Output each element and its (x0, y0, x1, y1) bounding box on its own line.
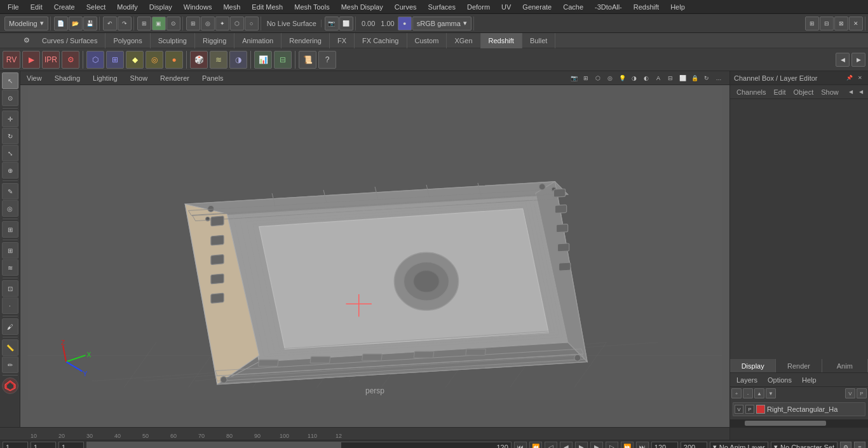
layer-icon-up[interactable]: ▲ (754, 388, 764, 398)
vp-iso-btn[interactable]: ⬜ (677, 72, 688, 84)
camera-btn[interactable]: 📷 (325, 17, 339, 31)
shelf-tab-fx-caching[interactable]: FX Caching (355, 33, 407, 48)
menu-deform[interactable]: Deform (462, 2, 495, 12)
annotation-btn[interactable]: ✏ (2, 356, 18, 373)
layer-icon-p-all[interactable]: P (857, 388, 867, 398)
layer-icon-delete[interactable]: - (743, 388, 753, 398)
sculpt-btn[interactable]: ✎ (2, 183, 18, 200)
shelf-scroll-left[interactable]: ◀ (836, 53, 850, 67)
timeline-slider[interactable]: 120 (86, 442, 512, 449)
pb-step-fwd-btn[interactable]: ⏩ (621, 442, 634, 449)
menu-modify[interactable]: Modify (112, 2, 142, 12)
shelf-icon2[interactable]: ▶ (22, 51, 40, 69)
vp-menu-lighting[interactable]: Lighting (89, 73, 121, 83)
pb-step-back-btn[interactable]: ⏪ (529, 442, 542, 449)
rp-tab-edit[interactable]: Edit (770, 86, 789, 98)
workspace-dropdown[interactable]: Modeling ▾ (4, 17, 48, 31)
layout-btn1[interactable]: ⊞ (805, 17, 819, 31)
rp-close-btn[interactable]: ✕ (855, 74, 864, 83)
vp-menu-renderer[interactable]: Renderer (156, 73, 193, 83)
shelf-tab-rendering[interactable]: Rendering (281, 33, 330, 48)
undo-btn[interactable]: ↶ (103, 17, 117, 31)
shelf-tab-animation[interactable]: Animation (234, 33, 281, 48)
scale-tool-btn[interactable]: ⤡ (2, 145, 18, 161)
menu-generate[interactable]: Generate (517, 2, 557, 12)
menu-cache[interactable]: Cache (558, 2, 588, 12)
rt-tab-render[interactable]: Render (776, 359, 822, 372)
layer-icon-new[interactable]: + (731, 388, 742, 398)
layout-btn3[interactable]: ⊠ (834, 17, 848, 31)
rp-ctrl-btn1[interactable]: ◀ (846, 88, 855, 97)
lasso-select-btn[interactable]: ⊙ (2, 90, 18, 106)
pb-go-to-end-btn[interactable]: ⏭ (636, 442, 649, 449)
menu-redshift[interactable]: Redshift (628, 2, 664, 12)
pb-prev-key-btn[interactable]: ◁ (545, 442, 557, 449)
resolution-btn[interactable]: ⬜ (339, 17, 353, 31)
shelf-icon6[interactable]: ⊞ (106, 51, 124, 69)
rp-tab-show[interactable]: Show (817, 86, 843, 98)
show-manip-btn[interactable]: ⊞ (2, 221, 18, 238)
vp-grid-btn[interactable]: ⊞ (580, 72, 592, 84)
shelf-icon7[interactable]: ◆ (126, 51, 144, 69)
shelf-rv-icon[interactable]: RV (3, 51, 20, 69)
timeline-track[interactable]: 10 20 30 40 50 60 70 80 90 100 110 12 (0, 428, 729, 440)
select-btn[interactable]: ▣ (152, 17, 166, 31)
measure-btn[interactable]: 📏 (2, 339, 18, 356)
shelf-icon4[interactable]: ⚙ (62, 51, 79, 69)
rotate-tool-btn[interactable]: ↻ (2, 128, 18, 144)
current-frame-field[interactable]: 1 (3, 442, 28, 449)
menu-mesh-display[interactable]: Mesh Display (336, 2, 388, 12)
menu-mesh-tools[interactable]: Mesh Tools (289, 2, 334, 12)
pb-prev-frame-btn[interactable]: ◀ (560, 442, 573, 449)
component-mode-btn[interactable]: ⊡ (2, 280, 18, 297)
menu-create[interactable]: Create (49, 2, 80, 12)
shelf-tab-sculpting[interactable]: Sculpting (151, 33, 195, 48)
layer-v-toggle[interactable]: V (735, 405, 743, 414)
playback-settings-btn[interactable]: ≡ (854, 442, 865, 449)
transform-tool-btn[interactable]: ⊕ (2, 162, 18, 179)
menu-edit-mesh[interactable]: Edit Mesh (247, 2, 288, 12)
layout-btn2[interactable]: ⊟ (820, 17, 834, 31)
layer-icon-down[interactable]: ▼ (766, 388, 776, 398)
vp-ambient-occlusion-btn[interactable]: ◐ (641, 72, 652, 84)
viewport-canvas[interactable]: X Y Z persp (20, 85, 729, 400)
shelf-tab-polygons[interactable]: Polygons (105, 33, 150, 48)
save-btn[interactable]: 💾 (83, 17, 97, 31)
layer-color-swatch[interactable] (756, 405, 765, 414)
vp-lock-btn[interactable]: 🔒 (689, 72, 700, 84)
vp-hud-btn[interactable]: ⊟ (665, 72, 676, 84)
rp-pin-btn[interactable]: 📌 (845, 74, 854, 83)
vp-menu-panels[interactable]: Panels (198, 73, 227, 83)
shelf-tab-custom[interactable]: Custom (407, 33, 447, 48)
char-set-dropdown[interactable]: ▾ No Character Set (771, 442, 837, 449)
pb-next-key-btn[interactable]: ▷ (606, 442, 618, 449)
vp-smooth-btn[interactable]: ◎ (604, 72, 616, 84)
snap-grid-lt-btn[interactable]: ⊞ (2, 242, 18, 259)
shelf-icon12[interactable]: ◑ (229, 51, 247, 69)
select-tool-btn[interactable]: ↖ (2, 72, 18, 89)
menu-3dtoall[interactable]: -3DtoAll- (590, 2, 627, 12)
pb-next-frame-btn[interactable]: ▶ (590, 442, 603, 449)
rp-tab-channels[interactable]: Channels (733, 86, 770, 98)
vp-menu-show[interactable]: Show (126, 73, 152, 83)
shelf-tab-curves-surfaces[interactable]: Curves / Surfaces (34, 33, 105, 48)
shelf-settings-icon[interactable]: ⚙ (19, 33, 34, 48)
redshift-material-btn[interactable] (2, 377, 18, 394)
shelf-scroll-right[interactable]: ▶ (851, 53, 865, 67)
menu-edit[interactable]: Edit (25, 2, 48, 12)
snap-surface-btn[interactable]: ⬡ (230, 17, 244, 31)
shelf-ipr-icon[interactable]: IPR (42, 51, 60, 69)
color-space-dropdown[interactable]: sRGB gamma ▾ (412, 17, 471, 31)
range-end-field[interactable]: 200 (681, 442, 707, 449)
lasso-btn[interactable]: ⊙ (166, 17, 180, 31)
layer-row-right-rectangular[interactable]: V P Right_Rectangular_Ha (733, 402, 865, 416)
anim-layer-dropdown[interactable]: ▾ No Anim Layer (710, 442, 768, 449)
layer-icon-v-all[interactable]: V (845, 388, 855, 398)
snap-live-btn[interactable]: ○ (245, 17, 259, 31)
menu-curves[interactable]: Curves (390, 2, 422, 12)
menu-windows[interactable]: Windows (179, 2, 217, 12)
move-tool-btn[interactable]: ✛ (2, 111, 18, 127)
shelf-icon13[interactable]: 📊 (254, 51, 272, 69)
select-by-hierarchy-btn[interactable]: ⊞ (137, 17, 151, 31)
layers-menu-options[interactable]: Options (764, 375, 796, 385)
